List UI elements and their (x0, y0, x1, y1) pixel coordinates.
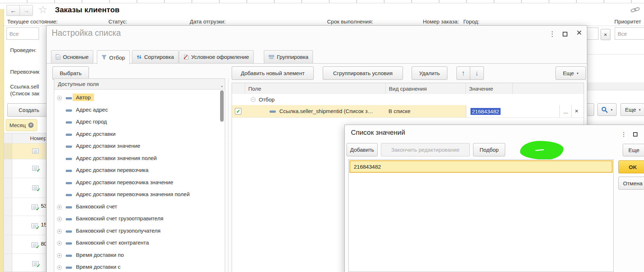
orders-table-header[interactable]: Номер (4, 133, 46, 143)
tree-item[interactable]: Адрес доставки перевозчика (54, 164, 225, 177)
priority-input[interactable]: Все (615, 27, 644, 40)
tree-item[interactable]: + Время доставки с (54, 261, 225, 272)
tab-filter[interactable]: Отбор (97, 50, 130, 64)
kebab-menu-icon[interactable]: ⋮ (549, 30, 555, 38)
filter-group-row[interactable]: − Отбор (232, 94, 584, 105)
month-filter-chip[interactable]: Месяц ✕ (6, 119, 37, 131)
expand-icon[interactable]: + (57, 229, 62, 234)
clear-icon: × (604, 31, 607, 38)
tab-sorting[interactable]: Сортировка (132, 50, 179, 64)
table-row[interactable] (4, 159, 46, 178)
field-dash-icon (270, 111, 276, 113)
value-clear-button[interactable]: × (571, 105, 581, 117)
table-row[interactable] (4, 254, 46, 272)
close-icon[interactable]: × (576, 27, 582, 38)
forward-button[interactable]: → (20, 5, 33, 16)
tree-item[interactable]: Адрес доставки (54, 128, 225, 141)
create-button[interactable]: Создать (7, 103, 51, 117)
collapse-icon[interactable]: − (251, 97, 256, 102)
tree-item[interactable]: + Банковский счет грузополучателя (54, 225, 225, 237)
window-tabs-strip[interactable] (0, 0, 644, 3)
column-header-comparison[interactable]: Вид сравнения (386, 83, 466, 94)
tab-conditional-formatting[interactable]: Условное оформление (179, 50, 254, 64)
tree-item[interactable]: Адрес адрес (54, 104, 225, 116)
value-ellipsis-button[interactable]: ... (559, 105, 571, 117)
select-button[interactable]: Выбрать (52, 66, 89, 80)
ellipsis-icon: ... (563, 108, 568, 115)
scrollbar-thumb[interactable] (220, 90, 224, 122)
field-dash-icon (66, 182, 72, 184)
grouping-icon (269, 55, 274, 59)
link-icon[interactable] (630, 6, 640, 14)
favorite-star-icon[interactable]: ☆ (38, 4, 47, 16)
chip-close-icon[interactable]: ✕ (28, 122, 34, 128)
table-row[interactable]: 15 (4, 216, 46, 235)
expand-icon[interactable]: + (57, 205, 62, 210)
condition-checkbox[interactable]: ✓ (235, 108, 241, 115)
tree-item[interactable]: Адрес доставки значения полей (54, 152, 225, 165)
order-number: 53 (41, 203, 46, 209)
value-row-selected[interactable]: 216843482 (349, 160, 613, 173)
column-header-field[interactable]: Поле (245, 83, 386, 94)
current-state-input[interactable]: Все (7, 27, 39, 40)
tab-main[interactable]: Основные (51, 50, 93, 64)
funnel-icon (102, 55, 107, 60)
values-list-dialog: Список значений ⋮ Добавить Закончить ред… (344, 125, 644, 272)
values-more-button[interactable]: Еще (623, 144, 644, 156)
column-header-value[interactable]: Значение (466, 83, 513, 94)
tree-item[interactable]: + Время доставки по (54, 249, 225, 262)
maximize-icon[interactable] (563, 32, 567, 36)
cancel-button[interactable]: Отмена (618, 177, 644, 190)
tree-item[interactable]: + Банковский счет (54, 201, 225, 213)
table-row[interactable] (4, 178, 46, 198)
expand-icon[interactable]: + (57, 241, 62, 246)
add-value-button[interactable]: Добавить (347, 143, 378, 156)
tree-item[interactable]: Адрес доставки перевозчика значение (54, 177, 225, 189)
scroll-up-icon[interactable]: ▲ (220, 85, 223, 88)
condition-value-selected[interactable]: 216843482 (471, 108, 501, 115)
kebab-menu-icon[interactable]: ⋮ (621, 131, 627, 138)
expand-icon[interactable]: + (57, 217, 62, 221)
tree-item[interactable]: + Банковский счет грузоотправителя (54, 213, 225, 225)
screen: ← → ☆ Заказы клиентов Текущее состояние:… (0, 0, 644, 272)
condition-value-editor[interactable]: 216843482 ... × (466, 105, 581, 117)
tree-item[interactable]: Адрес доставки значение (54, 140, 225, 152)
table-row[interactable] (4, 143, 46, 159)
tree-item[interactable]: Адрес доставки перевозчика значения поле… (54, 189, 225, 201)
available-fields-header: Доступные поля (54, 79, 225, 90)
table-row[interactable]: 53 (4, 198, 46, 216)
move-down-button[interactable]: ↓ (470, 66, 484, 80)
tree-item-label: Автор (73, 94, 94, 101)
add-new-element-button[interactable]: Добавить новый элемент (232, 66, 314, 80)
due-label: Срок выполнения: (327, 18, 373, 25)
expand-icon[interactable]: + (57, 253, 62, 258)
panel-separator (228, 78, 228, 272)
tree-item[interactable]: + Банковский счет контрагента (54, 237, 225, 249)
tree-item[interactable]: + Автор (54, 92, 225, 104)
finish-editing-button[interactable]: Закончить редактирование (381, 143, 470, 156)
group-conditions-button[interactable]: Сгруппировать условия (323, 66, 403, 80)
back-button[interactable]: ← (7, 5, 20, 16)
filter-condition-row[interactable]: ✓ Ссылка.seller_shipmentid (Список з… В … (232, 105, 584, 118)
expand-icon[interactable]: + (57, 265, 62, 270)
check-icon: ✓ (236, 108, 240, 114)
document-posted-icon (31, 223, 38, 228)
document-posted-icon (31, 204, 38, 210)
tree-item[interactable]: Адрес город (54, 116, 225, 128)
background-more-button[interactable]: Еще ▾ (621, 103, 644, 116)
settings-more-button[interactable]: Еще ▾ (555, 66, 586, 80)
up-arrow-icon: ↑ (461, 69, 465, 77)
search-button[interactable]: ▾ (597, 103, 617, 116)
delete-button[interactable]: Удалить (412, 66, 447, 80)
maximize-icon[interactable] (633, 132, 637, 137)
tab-grouping[interactable]: Группировка (264, 50, 313, 64)
move-up-button[interactable]: ↑ (456, 66, 470, 80)
expand-icon[interactable]: + (57, 96, 62, 100)
ok-button[interactable]: OK (618, 160, 644, 173)
document-posted-icon (32, 166, 39, 171)
table-row[interactable]: 80 (4, 235, 46, 254)
current-state-label: Текущее состояние: (7, 18, 58, 25)
pick-button[interactable]: Подбор (473, 143, 505, 156)
ref-label-line2: (Список зак (10, 90, 39, 96)
city-clear-button[interactable]: × (601, 29, 610, 40)
